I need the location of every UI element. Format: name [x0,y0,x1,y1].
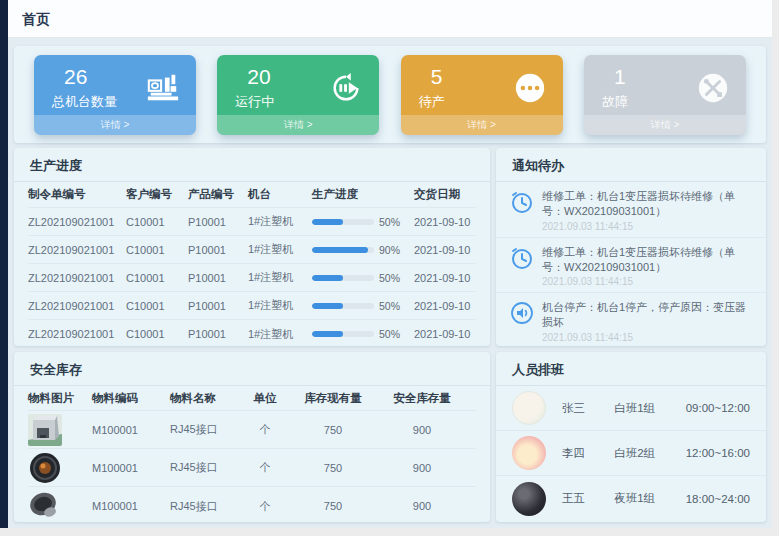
progress-bar [312,247,374,253]
delivery-date: 2021-09-10 [414,216,476,228]
machine-name: 1#注塑机 [248,242,312,257]
person-name: 李四 [562,446,614,461]
machine-name: 1#注塑机 [248,214,312,229]
customer-no: C10001 [126,328,188,340]
product-no: P10001 [188,216,248,228]
table-header: 物料图片 物料编码 物料名称 单位 库存现有量 安全库存量 [28,386,476,411]
card-detail-link[interactable]: 详情 > [34,115,196,135]
safety-qty: 900 [378,500,466,512]
table-row: ZL202109021001 C10001 P10001 1#注塑机 50% 2… [28,264,476,292]
customer-no: C10001 [126,244,188,256]
col-header: 制令单编号 [28,187,126,202]
notification-text: 维修工单：机台1变压器损坏待维修（单号：WX202109031001） [542,189,752,219]
stock-qty: 750 [288,500,378,512]
person-name: 张三 [562,401,614,416]
page-gutter-bottom [0,528,779,536]
dashboard-page: 首页 26 总机台数量 详情 > [0,0,779,536]
notification-text: 维修工单：机台1变压器损坏待维修（单号：WX202109031001） [542,245,752,275]
fault-icon [696,71,730,105]
card-detail-link[interactable]: 详情 > [584,115,746,135]
product-no: P10001 [188,300,248,312]
production-progress-panel: 生产进度 制令单编号 客户编号 产品编号 机台 生产进度 交货日期 ZL2021… [14,148,490,346]
stock-qty: 750 [288,462,378,474]
card-detail-link[interactable]: 详情 > [401,115,563,135]
page-gutter-right [772,0,779,536]
table-header: 制令单编号 客户编号 产品编号 机台 生产进度 交货日期 [28,182,476,208]
card-label: 运行中 [235,93,274,111]
notification-time: 2021.09.03 11:44:15 [542,221,752,232]
table-row: M100001 RJ45接口 个 750 900 [28,487,476,525]
card-value: 20 [247,65,270,89]
notification-time: 2021.09.03 11:44:15 [542,332,752,343]
material-code: M100001 [92,500,170,512]
round-speaker-image [28,452,62,484]
col-header: 单位 [242,391,288,406]
col-header: 物料名称 [170,391,242,406]
card-running[interactable]: 20 运行中 详情 > [217,55,379,135]
material-unit: 个 [242,499,288,514]
col-header: 产品编号 [188,187,248,202]
material-name: RJ45接口 [170,460,242,475]
progress-bar [312,303,374,309]
product-no: P10001 [188,272,248,284]
card-detail-link[interactable]: 详情 > [217,115,379,135]
product-no: P10001 [188,244,248,256]
top-bar: 首页 [8,0,772,38]
progress-bar [312,275,374,281]
speaker-cone-image [28,490,62,522]
card-waiting[interactable]: 5 待产 详情 > [401,55,563,135]
order-no: ZL202109021001 [28,216,126,228]
person-name: 王五 [562,491,614,506]
avatar [512,482,546,516]
table-row: ZL202109021001 C10001 P10001 1#注塑机 50% 2… [28,320,476,348]
material-unit: 个 [242,422,288,437]
notification-time: 2021.09.03 11:44:15 [542,276,752,287]
card-total-machines[interactable]: 26 总机台数量 详情 > [34,55,196,135]
col-header: 库存现有量 [288,391,378,406]
tab-home[interactable]: 首页 [22,11,50,29]
order-no: ZL202109021001 [28,272,126,284]
progress-label: 90% [379,244,400,256]
delivery-date: 2021-09-10 [414,328,476,340]
progress-bar [312,331,374,337]
personnel-schedule-panel: 人员排班 张三 白班1组 09:00~12:00 李四 白班2组 12:00~1… [496,352,766,522]
col-header: 物料图片 [28,391,92,406]
stock-qty: 750 [288,424,378,436]
shift-time: 18:00~24:00 [686,493,750,505]
customer-no: C10001 [126,272,188,284]
shift-label: 夜班1组 [614,491,686,506]
notification-item[interactable]: 维修工单：机台1变压器损坏待维修（单号：WX202109031001） 2021… [496,182,766,238]
shift-time: 12:00~16:00 [686,447,750,459]
schedule-row: 张三 白班1组 09:00~12:00 [496,386,766,431]
rj45-connector-image [28,414,62,446]
schedule-row: 李四 白班2组 12:00~16:00 [496,431,766,476]
card-value: 5 [431,65,443,89]
shift-label: 白班1组 [614,401,686,416]
product-no: P10001 [188,328,248,340]
notification-item[interactable]: 机台停产：机台1停产，停产原因：变压器损坏 2021.09.03 11:44:1… [496,293,766,349]
collapsed-sidebar[interactable] [0,0,8,528]
table-row: ZL202109021001 C10001 P10001 1#注塑机 90% 2… [28,236,476,264]
table-row: M100001 RJ45接口 个 750 900 [28,411,476,449]
material-code: M100001 [92,424,170,436]
table-row: ZL202109021001 C10001 P10001 1#注塑机 50% 2… [28,292,476,320]
material-unit: 个 [242,460,288,475]
progress-bar [312,219,374,225]
machine-name: 1#注塑机 [248,270,312,285]
safety-qty: 900 [378,462,466,474]
delivery-date: 2021-09-10 [414,300,476,312]
col-header: 机台 [248,187,312,202]
speaker-icon [510,301,534,325]
table-row: ZL202109021001 C10001 P10001 1#注塑机 50% 2… [28,208,476,236]
card-fault[interactable]: 1 故障 详情 > [584,55,746,135]
delivery-date: 2021-09-10 [414,244,476,256]
progress-label: 50% [379,272,400,284]
order-no: ZL202109021001 [28,300,126,312]
customer-no: C10001 [126,216,188,228]
col-header: 物料编码 [92,391,170,406]
app-window: 首页 26 总机台数量 详情 > [0,0,772,528]
notification-item[interactable]: 维修工单：机台1变压器损坏待维修（单号：WX202109031001） 2021… [496,238,766,294]
col-header: 客户编号 [126,187,188,202]
safety-stock-panel: 安全库存 物料图片 物料编码 物料名称 单位 库存现有量 安全库存量 [14,352,490,522]
customer-no: C10001 [126,300,188,312]
